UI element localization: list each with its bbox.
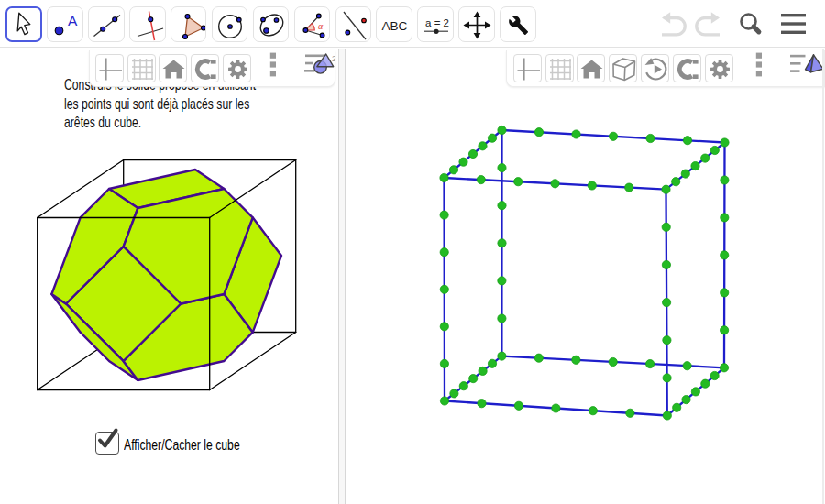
svg-text:ABC: ABC: [382, 18, 408, 32]
svg-text:2: 2: [332, 54, 336, 63]
svg-text:a = 2: a = 2: [425, 17, 449, 28]
svg-text:A: A: [68, 13, 78, 28]
svg-text:α: α: [318, 20, 324, 30]
